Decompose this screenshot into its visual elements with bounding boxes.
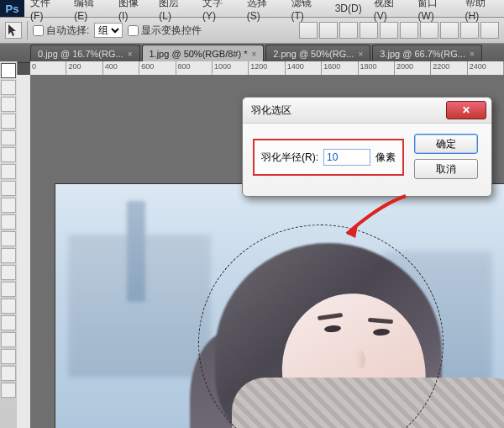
app-logo-icon: Ps: [0, 0, 24, 17]
dialog-close-button[interactable]: ✕: [446, 101, 486, 119]
align-icon[interactable]: [360, 22, 378, 39]
feather-radius-input[interactable]: [323, 149, 370, 166]
align-icon[interactable]: [440, 22, 459, 39]
document-tab-bar: 0.jpg @ 16.7%(RG...× 1.jpg @ 50%(RGB/8#)…: [0, 44, 504, 63]
feather-radius-field: 羽化半径(R): 像素: [253, 139, 404, 176]
auto-select-target[interactable]: 组: [94, 23, 123, 38]
auto-select-label: 自动选择:: [46, 24, 89, 38]
auto-select-checkbox[interactable]: 自动选择:: [33, 24, 89, 38]
menu-bar: Ps 文件(F) 编辑(E) 图像(I) 图层(L) 文字(Y) 选择(S) 滤…: [0, 0, 504, 18]
close-icon[interactable]: ×: [128, 50, 133, 59]
document-canvas[interactable]: [55, 184, 504, 428]
ruler-tick: 1600: [323, 62, 340, 71]
tool-history-brush-icon[interactable]: [1, 214, 16, 230]
tool-shape-icon[interactable]: [1, 349, 16, 364]
ruler-tick: 600: [141, 62, 154, 71]
tool-brush-icon[interactable]: [1, 181, 16, 196]
tool-zoom-icon[interactable]: [1, 383, 16, 398]
tool-hand-icon[interactable]: [1, 366, 16, 381]
align-icon-group: [299, 22, 499, 39]
auto-select-input[interactable]: [33, 25, 44, 36]
tool-heal-icon[interactable]: [1, 164, 16, 179]
menu-edit[interactable]: 编辑(E): [68, 0, 113, 22]
align-icon[interactable]: [460, 22, 479, 39]
ok-button[interactable]: 确定: [414, 134, 478, 154]
ruler-tick: 1000: [214, 62, 231, 71]
ruler-tick: 1200: [250, 62, 267, 71]
tool-blur-icon[interactable]: [1, 265, 16, 280]
menu-type[interactable]: 文字(Y): [197, 0, 241, 22]
tool-gradient-icon[interactable]: [1, 248, 16, 263]
feather-radius-label: 羽化半径(R):: [261, 151, 318, 165]
ruler-vertical[interactable]: [17, 75, 31, 428]
tool-dodge-icon[interactable]: [1, 282, 16, 297]
close-icon[interactable]: ×: [470, 50, 475, 59]
dialog-body: 羽化半径(R): 像素 确定 取消: [243, 124, 491, 196]
menu-help[interactable]: 帮助(H): [459, 0, 504, 22]
show-transform-label: 显示变换控件: [141, 24, 202, 38]
menu-window[interactable]: 窗口(W): [412, 0, 459, 22]
tool-eyedropper-icon[interactable]: [1, 147, 16, 162]
close-icon[interactable]: ×: [251, 50, 256, 59]
align-icon[interactable]: [339, 22, 358, 39]
document-tab[interactable]: 3.jpg @ 66.7%(RG...×: [372, 45, 482, 62]
align-icon[interactable]: [319, 22, 338, 39]
cancel-button[interactable]: 取消: [414, 159, 478, 179]
tab-label: 2.png @ 50%(RG...: [273, 49, 354, 59]
ruler-tick: 2200: [433, 62, 449, 71]
tab-label: 3.jpg @ 66.7%(RG...: [380, 49, 465, 59]
document-tab[interactable]: 0.jpg @ 16.7%(RG...×: [30, 45, 140, 62]
ruler-tick: 800: [178, 62, 191, 71]
document-tab[interactable]: 2.png @ 50%(RG...×: [265, 45, 370, 62]
move-tool-icon[interactable]: [5, 22, 22, 39]
tool-move-icon[interactable]: [1, 63, 16, 78]
menu-view[interactable]: 视图(V): [368, 0, 412, 22]
dialog-title: 羽化选区: [251, 103, 291, 118]
menu-file[interactable]: 文件(F): [24, 0, 68, 22]
tool-path-icon[interactable]: [1, 332, 16, 347]
tool-lasso-icon[interactable]: [1, 97, 16, 112]
ruler-tick: 2400: [470, 62, 486, 71]
align-icon[interactable]: [299, 22, 318, 39]
ruler-tick: 2000: [396, 62, 413, 71]
tool-pen-icon[interactable]: [1, 299, 16, 314]
align-icon[interactable]: [400, 22, 418, 39]
menu-layer[interactable]: 图层(L): [153, 0, 197, 22]
photo-background: [127, 201, 145, 302]
tool-marquee-icon[interactable]: [1, 80, 16, 95]
close-icon[interactable]: ×: [358, 50, 363, 59]
dialog-buttons: 确定 取消: [414, 134, 478, 179]
ruler-horizontal[interactable]: 0 200 400 600 800 1000 1200 1400 1600 18…: [30, 61, 504, 76]
menu-filter[interactable]: 滤镜(T): [286, 0, 329, 22]
toolbox: [0, 61, 18, 428]
tool-wand-icon[interactable]: [1, 114, 16, 129]
ruler-tick: 400: [105, 62, 118, 71]
menu-3d[interactable]: 3D(D): [329, 3, 368, 14]
show-transform-checkbox[interactable]: 显示变换控件: [128, 24, 202, 38]
show-transform-input[interactable]: [128, 25, 139, 36]
divider: [27, 21, 28, 40]
menu-select[interactable]: 选择(S): [241, 0, 286, 22]
tab-label: 1.jpg @ 50%(RGB/8#) *: [150, 49, 248, 59]
tool-stamp-icon[interactable]: [1, 198, 16, 213]
ruler-tick: 1800: [360, 62, 377, 71]
tool-crop-icon[interactable]: [1, 130, 16, 145]
feather-dialog: 羽化选区 ✕ 羽化半径(R): 像素 确定 取消: [242, 97, 492, 197]
tab-label: 0.jpg @ 16.7%(RG...: [38, 49, 123, 59]
align-icon[interactable]: [420, 22, 438, 39]
dialog-titlebar[interactable]: 羽化选区 ✕: [243, 98, 491, 124]
align-icon[interactable]: [480, 22, 499, 39]
close-icon: ✕: [462, 104, 470, 116]
ruler-tick: 200: [68, 62, 81, 71]
feather-unit-label: 像素: [375, 151, 396, 165]
menu-image[interactable]: 图像(I): [113, 0, 153, 22]
document-tab[interactable]: 1.jpg @ 50%(RGB/8#) *×: [142, 45, 265, 62]
tool-type-icon[interactable]: [1, 315, 16, 330]
ruler-tick: 1400: [287, 62, 304, 71]
options-bar: 自动选择: 组 显示变换控件: [0, 18, 504, 44]
ruler-tick: 0: [32, 62, 36, 71]
align-icon[interactable]: [380, 22, 398, 39]
tool-eraser-icon[interactable]: [1, 231, 16, 246]
